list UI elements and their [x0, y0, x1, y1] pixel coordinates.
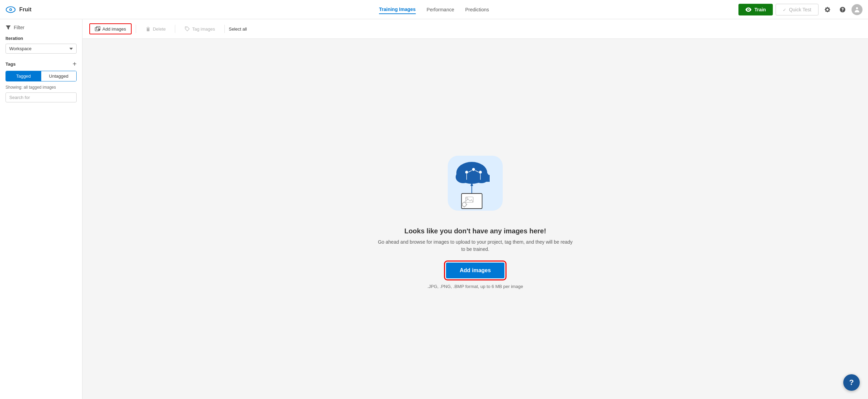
svg-point-7 [186, 27, 187, 28]
app-header: Fruit Training Images Performance Predic… [0, 0, 868, 19]
app-logo-area: Fruit [5, 4, 74, 15]
empty-subtitle: Go ahead and browse for images to upload… [376, 239, 575, 253]
svg-point-15 [479, 170, 482, 174]
main-nav: Training Images Performance Predictions [379, 5, 489, 14]
avatar-icon [854, 6, 860, 13]
add-images-icon [95, 26, 100, 32]
svg-point-2 [10, 9, 11, 10]
settings-icon [824, 6, 831, 13]
toolbar: Add images Delete Tag images Select all [82, 19, 868, 39]
check-icon [783, 7, 786, 12]
tags-header: Tags + [5, 60, 77, 67]
add-images-center-button[interactable]: Add images [446, 263, 505, 278]
tagged-untagged-toggle: Tagged Untagged [5, 71, 77, 81]
toolbar-sep-3 [224, 25, 225, 33]
tag-images-button[interactable]: Tag images [179, 24, 220, 34]
header-actions: Train Quick Test [738, 4, 863, 15]
train-button[interactable]: Train [738, 4, 772, 15]
search-input[interactable] [5, 92, 77, 102]
filter-row[interactable]: Filter [5, 25, 77, 30]
empty-state: Looks like you don't have any images her… [82, 39, 868, 399]
svg-rect-3 [95, 27, 99, 31]
empty-title: Looks like you don't have any images her… [404, 227, 546, 235]
iteration-label: Iteration [5, 36, 77, 41]
tags-label: Tags [5, 62, 15, 67]
empty-state-illustration [441, 149, 510, 218]
tag-images-icon [185, 26, 190, 32]
svg-point-13 [465, 170, 468, 174]
select-all-button[interactable]: Select all [229, 26, 247, 32]
gear-train-icon [745, 7, 752, 13]
content-area: Add images Delete Tag images Select all [82, 19, 868, 399]
app-title: Fruit [19, 7, 32, 13]
tagged-button[interactable]: Tagged [6, 71, 41, 81]
help-header-button[interactable] [836, 5, 849, 14]
nav-training-images[interactable]: Training Images [379, 5, 416, 14]
add-tag-button[interactable]: + [73, 60, 77, 67]
add-images-button[interactable]: Add images [89, 23, 132, 34]
filter-label: Filter [14, 25, 24, 30]
main-layout: Filter Iteration Workspace Tags + Tagged… [0, 19, 868, 399]
svg-rect-12 [461, 175, 490, 182]
toolbar-sep-1 [136, 25, 136, 33]
question-icon [839, 6, 846, 13]
toolbar-sep-2 [175, 25, 175, 33]
settings-button[interactable] [821, 5, 834, 14]
delete-button[interactable]: Delete [140, 24, 171, 34]
untagged-button[interactable]: Untagged [41, 71, 77, 81]
svg-point-14 [472, 168, 475, 171]
sidebar: Filter Iteration Workspace Tags + Tagged… [0, 19, 82, 399]
help-fab-button[interactable]: ? [843, 374, 860, 391]
format-hint: .JPG, .PNG, .BMP format, up to 6 MB per … [427, 284, 523, 289]
app-logo-icon [5, 4, 16, 15]
nav-performance[interactable]: Performance [427, 5, 454, 14]
showing-text: Showing: all tagged images [5, 85, 77, 90]
quick-test-button[interactable]: Quick Test [776, 4, 819, 15]
nav-predictions[interactable]: Predictions [465, 5, 489, 14]
delete-icon [145, 26, 151, 32]
filter-icon [5, 25, 11, 30]
iteration-select[interactable]: Workspace [5, 44, 77, 54]
user-avatar[interactable] [852, 4, 863, 15]
